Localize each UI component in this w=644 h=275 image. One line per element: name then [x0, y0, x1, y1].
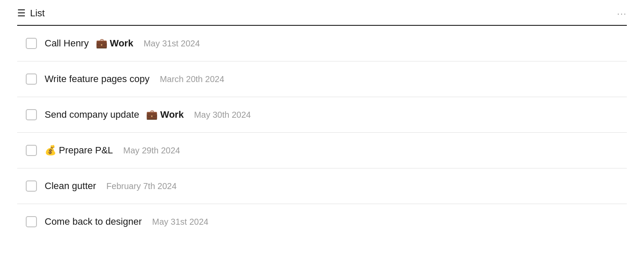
task-name: Write feature pages copy [45, 73, 149, 85]
task-content: Send company update💼 WorkMay 30th 2024 [45, 109, 618, 120]
main-container: ☰ List ··· Call Henry💼 WorkMay 31st 2024… [0, 0, 644, 275]
task-name: Call Henry [45, 38, 89, 49]
task-checkbox[interactable] [26, 180, 37, 192]
task-checkbox[interactable] [26, 38, 37, 49]
task-tag: 💼 Work [146, 109, 184, 120]
task-list: Call Henry💼 WorkMay 31st 2024Write featu… [17, 26, 627, 239]
task-name: 💰 Prepare P&L [45, 145, 113, 156]
task-checkbox[interactable] [26, 145, 37, 156]
task-content: Clean gutterFebruary 7th 2024 [45, 180, 618, 192]
task-name: Come back to designer [45, 216, 142, 227]
task-row: Clean gutterFebruary 7th 2024 [17, 168, 627, 204]
task-row: Write feature pages copyMarch 20th 2024 [17, 61, 627, 97]
task-row: Send company update💼 WorkMay 30th 2024 [17, 97, 627, 133]
task-row: Call Henry💼 WorkMay 31st 2024 [17, 26, 627, 61]
task-name: Clean gutter [45, 180, 96, 192]
header-left: ☰ List [17, 8, 45, 25]
task-date: March 20th 2024 [160, 74, 224, 84]
task-checkbox[interactable] [26, 109, 37, 120]
task-row: Come back to designerMay 31st 2024 [17, 204, 627, 239]
task-date: May 29th 2024 [123, 146, 180, 156]
header-title: List [30, 8, 45, 19]
task-date: May 31st 2024 [152, 217, 208, 227]
task-tag: 💼 Work [96, 38, 134, 49]
task-checkbox[interactable] [26, 73, 37, 85]
header: ☰ List ··· [17, 0, 627, 26]
task-date: May 30th 2024 [194, 110, 251, 120]
task-row: 💰 Prepare P&LMay 29th 2024 [17, 133, 627, 168]
more-button[interactable]: ··· [617, 9, 627, 24]
task-date: February 7th 2024 [106, 181, 176, 191]
task-name: Send company update [45, 109, 139, 120]
list-icon: ☰ [17, 8, 26, 19]
task-content: Write feature pages copyMarch 20th 2024 [45, 73, 618, 85]
task-content: Come back to designerMay 31st 2024 [45, 216, 618, 227]
task-date: May 31st 2024 [143, 39, 200, 49]
task-content: 💰 Prepare P&LMay 29th 2024 [45, 145, 618, 156]
task-content: Call Henry💼 WorkMay 31st 2024 [45, 38, 618, 49]
task-checkbox[interactable] [26, 216, 37, 227]
